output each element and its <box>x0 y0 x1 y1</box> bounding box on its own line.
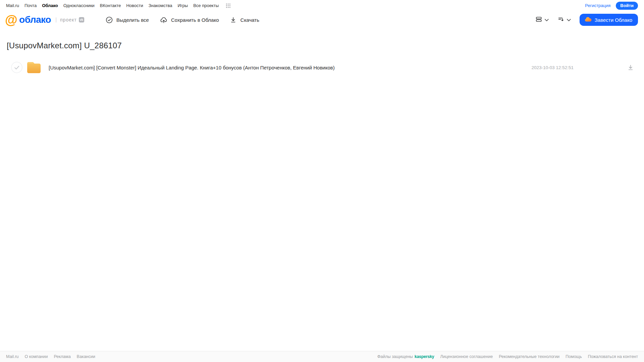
cloud-icon <box>584 16 592 23</box>
main-content: [UsupovMarket.com] U_286107 <box>0 29 644 351</box>
portal-link-oblako[interactable]: Облако <box>42 3 58 8</box>
view-mode-dropdown[interactable] <box>535 16 549 24</box>
mailru-at-icon: @ <box>5 13 17 26</box>
footer-link-about[interactable]: О компании <box>25 354 48 359</box>
footer-link-help[interactable]: Помощь <box>565 354 582 359</box>
footer-right-links: Файлы защищены kaspersky Лицензионное со… <box>377 354 638 359</box>
row-checkbox[interactable] <box>11 62 22 73</box>
portal-link-vkontakte[interactable]: ВКонтакте <box>100 3 121 8</box>
file-list: [UsupovMarket.com] [Convert Monster] Иде… <box>0 60 644 75</box>
footer-link-ads[interactable]: Реклама <box>54 354 70 359</box>
portal-nav: Mail.ru Почта Облако Одноклассники ВКонт… <box>6 3 231 8</box>
file-modified-date: 2023-10-03 12:52:51 <box>532 65 574 70</box>
vk-logo-icon: vk <box>79 17 84 22</box>
portal-link-pochta[interactable]: Почта <box>24 3 37 8</box>
check-circle-icon <box>106 16 113 23</box>
save-to-cloud-button[interactable]: Сохранить в Облако <box>160 16 219 23</box>
save-to-cloud-label: Сохранить в Облако <box>171 17 219 23</box>
registration-link[interactable]: Регистрация <box>585 3 610 8</box>
page-title: [UsupovMarket.com] U_286107 <box>0 41 644 50</box>
list-view-icon <box>535 16 542 24</box>
cloud-logo[interactable]: @ облако | проект vk <box>5 13 84 26</box>
footer-link-license[interactable]: Лицензионное соглашение <box>440 354 493 359</box>
kaspersky-protection: Файлы защищены kaspersky <box>377 354 434 359</box>
footer-link-jobs[interactable]: Вакансии <box>77 354 95 359</box>
chevron-down-icon <box>545 17 549 22</box>
select-all-label: Выделить все <box>116 17 149 23</box>
portal-link-mailru[interactable]: Mail.ru <box>6 3 19 8</box>
file-row[interactable]: [UsupovMarket.com] [Convert Monster] Иде… <box>0 60 644 75</box>
footer: Mail.ru О компании Реклама Вакансии Файл… <box>0 351 644 362</box>
footer-link-recommendation-tech[interactable]: Рекомендательные технологии <box>499 354 559 359</box>
portal-bar: Mail.ru Почта Облако Одноклассники ВКонт… <box>0 0 644 11</box>
portal-link-novosti[interactable]: Новости <box>126 3 143 8</box>
file-name[interactable]: [UsupovMarket.com] [Convert Monster] Иде… <box>49 65 532 70</box>
apps-grid-icon[interactable] <box>226 3 231 8</box>
cloud-upload-icon <box>160 16 167 23</box>
portal-link-znakomstva[interactable]: Знакомства <box>148 3 172 8</box>
footer-link-mailru[interactable]: Mail.ru <box>6 354 19 359</box>
portal-auth: Регистрация Войти <box>585 2 638 10</box>
header-right-controls: Завести Облако <box>535 14 638 26</box>
logo-divider: | <box>55 17 57 23</box>
portal-link-odnoklassniki[interactable]: Одноклассники <box>63 3 95 8</box>
actions-toolbar: Выделить все Сохранить в Облако Скачать <box>106 16 259 23</box>
project-label: проект <box>60 17 77 22</box>
download-icon <box>230 16 237 23</box>
get-cloud-button[interactable]: Завести Облако <box>580 14 638 26</box>
chevron-down-icon <box>567 17 571 22</box>
sort-icon <box>557 16 564 24</box>
download-button[interactable]: Скачать <box>230 16 259 23</box>
sort-dropdown[interactable] <box>557 16 571 24</box>
kaspersky-logo[interactable]: kaspersky <box>414 354 434 359</box>
cloud-logo-text: облако <box>19 14 51 25</box>
protected-label: Файлы защищены <box>377 354 413 359</box>
folder-icon <box>27 62 41 73</box>
portal-link-vse-proekty[interactable]: Все проекты <box>193 3 219 8</box>
footer-left-links: Mail.ru О компании Реклама Вакансии <box>6 354 95 359</box>
row-download-button[interactable] <box>627 64 634 71</box>
footer-link-report-content[interactable]: Пожаловаться на контент <box>588 354 638 359</box>
select-all-button[interactable]: Выделить все <box>106 16 149 23</box>
cloud-header: @ облако | проект vk Выделить все Сохран… <box>0 11 644 29</box>
download-label: Скачать <box>240 17 259 23</box>
get-cloud-button-label: Завести Облако <box>595 17 632 23</box>
portal-link-igry[interactable]: Игры <box>178 3 188 8</box>
login-button[interactable]: Войти <box>616 2 638 10</box>
